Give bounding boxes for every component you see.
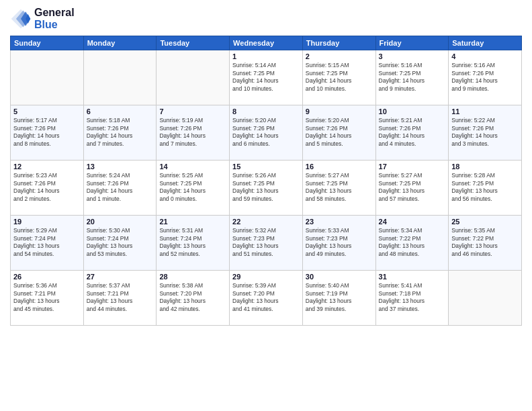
day-detail: Sunrise: 5:40 AM Sunset: 7:19 PM Dayligh…	[306, 282, 373, 313]
day-number: 21	[159, 218, 226, 226]
calendar-cell: 13Sunrise: 5:24 AM Sunset: 7:26 PM Dayli…	[83, 161, 157, 216]
day-detail: Sunrise: 5:27 AM Sunset: 7:25 PM Dayligh…	[306, 172, 373, 203]
calendar-cell: 5Sunrise: 5:17 AM Sunset: 7:26 PM Daylig…	[11, 105, 84, 161]
calendar-cell: 1Sunrise: 5:14 AM Sunset: 7:25 PM Daylig…	[230, 50, 303, 105]
day-number: 7	[159, 107, 226, 116]
day-number: 5	[13, 107, 81, 116]
calendar-cell: 23Sunrise: 5:33 AM Sunset: 7:23 PM Dayli…	[302, 216, 375, 271]
day-detail: Sunrise: 5:38 AM Sunset: 7:20 PM Dayligh…	[159, 282, 226, 313]
calendar-cell: 21Sunrise: 5:31 AM Sunset: 7:24 PM Dayli…	[157, 216, 230, 271]
day-detail: Sunrise: 5:14 AM Sunset: 7:25 PM Dayligh…	[232, 62, 300, 93]
calendar-cell: 2Sunrise: 5:15 AM Sunset: 7:25 PM Daylig…	[302, 50, 375, 105]
day-number: 27	[87, 273, 154, 281]
day-detail: Sunrise: 5:33 AM Sunset: 7:23 PM Dayligh…	[306, 227, 373, 258]
day-detail: Sunrise: 5:34 AM Sunset: 7:22 PM Dayligh…	[379, 227, 446, 258]
day-number: 1	[232, 52, 300, 60]
day-detail: Sunrise: 5:21 AM Sunset: 7:26 PM Dayligh…	[379, 117, 446, 148]
calendar-cell: 29Sunrise: 5:39 AM Sunset: 7:20 PM Dayli…	[230, 271, 303, 326]
day-detail: Sunrise: 5:17 AM Sunset: 7:26 PM Dayligh…	[13, 117, 81, 148]
day-number: 23	[306, 218, 373, 226]
calendar-cell: 19Sunrise: 5:29 AM Sunset: 7:24 PM Dayli…	[11, 216, 84, 271]
calendar-week-2: 5Sunrise: 5:17 AM Sunset: 7:26 PM Daylig…	[11, 105, 522, 161]
day-detail: Sunrise: 5:24 AM Sunset: 7:26 PM Dayligh…	[87, 172, 154, 203]
calendar-cell: 8Sunrise: 5:20 AM Sunset: 7:26 PM Daylig…	[230, 105, 303, 161]
day-detail: Sunrise: 5:37 AM Sunset: 7:21 PM Dayligh…	[87, 282, 154, 313]
day-detail: Sunrise: 5:20 AM Sunset: 7:26 PM Dayligh…	[306, 117, 373, 148]
day-number: 11	[451, 107, 519, 116]
calendar-table: SundayMondayTuesdayWednesdayThursdayFrid…	[10, 36, 522, 326]
day-number: 13	[87, 163, 154, 171]
day-number: 16	[306, 163, 373, 171]
calendar-cell	[449, 271, 522, 326]
calendar-cell: 20Sunrise: 5:30 AM Sunset: 7:24 PM Dayli…	[83, 216, 157, 271]
logo-name: GeneralBlue	[34, 7, 75, 30]
logo-icon	[10, 8, 32, 30]
weekday-header-sunday: Sunday	[11, 36, 84, 50]
day-detail: Sunrise: 5:19 AM Sunset: 7:26 PM Dayligh…	[159, 117, 226, 148]
calendar-cell: 30Sunrise: 5:40 AM Sunset: 7:19 PM Dayli…	[302, 271, 375, 326]
calendar-cell: 15Sunrise: 5:26 AM Sunset: 7:25 PM Dayli…	[230, 161, 303, 216]
calendar-cell: 22Sunrise: 5:32 AM Sunset: 7:23 PM Dayli…	[230, 216, 303, 271]
day-number: 12	[13, 163, 81, 171]
day-detail: Sunrise: 5:27 AM Sunset: 7:25 PM Dayligh…	[379, 172, 446, 203]
calendar-cell: 10Sunrise: 5:21 AM Sunset: 7:26 PM Dayli…	[375, 105, 449, 161]
day-detail: Sunrise: 5:39 AM Sunset: 7:20 PM Dayligh…	[232, 282, 300, 313]
day-number: 4	[451, 52, 519, 60]
calendar-cell: 28Sunrise: 5:38 AM Sunset: 7:20 PM Dayli…	[157, 271, 230, 326]
logo: GeneralBlue	[10, 7, 75, 30]
calendar-cell: 9Sunrise: 5:20 AM Sunset: 7:26 PM Daylig…	[302, 105, 375, 161]
calendar-cell: 27Sunrise: 5:37 AM Sunset: 7:21 PM Dayli…	[83, 271, 157, 326]
calendar-cell: 26Sunrise: 5:36 AM Sunset: 7:21 PM Dayli…	[11, 271, 84, 326]
calendar-cell: 16Sunrise: 5:27 AM Sunset: 7:25 PM Dayli…	[302, 161, 375, 216]
day-number: 15	[232, 163, 300, 171]
day-number: 22	[232, 218, 300, 226]
calendar-cell: 3Sunrise: 5:16 AM Sunset: 7:25 PM Daylig…	[375, 50, 449, 105]
calendar-cell: 14Sunrise: 5:25 AM Sunset: 7:25 PM Dayli…	[157, 161, 230, 216]
day-detail: Sunrise: 5:30 AM Sunset: 7:24 PM Dayligh…	[87, 227, 154, 258]
calendar-week-5: 26Sunrise: 5:36 AM Sunset: 7:21 PM Dayli…	[11, 271, 522, 326]
day-detail: Sunrise: 5:16 AM Sunset: 7:25 PM Dayligh…	[379, 62, 446, 93]
day-detail: Sunrise: 5:35 AM Sunset: 7:22 PM Dayligh…	[451, 227, 519, 258]
day-detail: Sunrise: 5:22 AM Sunset: 7:26 PM Dayligh…	[451, 117, 519, 148]
calendar-cell	[11, 50, 84, 105]
day-number: 10	[379, 107, 446, 116]
day-number: 20	[87, 218, 154, 226]
day-number: 18	[451, 163, 519, 171]
calendar-cell: 7Sunrise: 5:19 AM Sunset: 7:26 PM Daylig…	[157, 105, 230, 161]
calendar-cell: 12Sunrise: 5:23 AM Sunset: 7:26 PM Dayli…	[11, 161, 84, 216]
day-number: 24	[379, 218, 446, 226]
day-detail: Sunrise: 5:16 AM Sunset: 7:26 PM Dayligh…	[451, 62, 519, 93]
day-detail: Sunrise: 5:36 AM Sunset: 7:21 PM Dayligh…	[13, 282, 81, 313]
weekday-header-saturday: Saturday	[449, 36, 522, 50]
calendar-cell: 24Sunrise: 5:34 AM Sunset: 7:22 PM Dayli…	[375, 216, 449, 271]
day-number: 3	[379, 52, 446, 60]
day-number: 30	[306, 273, 373, 281]
calendar-cell: 25Sunrise: 5:35 AM Sunset: 7:22 PM Dayli…	[449, 216, 522, 271]
day-number: 19	[13, 218, 81, 226]
day-detail: Sunrise: 5:25 AM Sunset: 7:25 PM Dayligh…	[159, 172, 226, 203]
day-number: 29	[232, 273, 300, 281]
calendar-week-3: 12Sunrise: 5:23 AM Sunset: 7:26 PM Dayli…	[11, 161, 522, 216]
day-detail: Sunrise: 5:15 AM Sunset: 7:25 PM Dayligh…	[306, 62, 373, 93]
calendar-cell: 17Sunrise: 5:27 AM Sunset: 7:25 PM Dayli…	[375, 161, 449, 216]
day-detail: Sunrise: 5:20 AM Sunset: 7:26 PM Dayligh…	[232, 117, 300, 148]
day-number: 26	[13, 273, 81, 281]
day-detail: Sunrise: 5:23 AM Sunset: 7:26 PM Dayligh…	[13, 172, 81, 203]
day-detail: Sunrise: 5:26 AM Sunset: 7:25 PM Dayligh…	[232, 172, 300, 203]
calendar-week-1: 1Sunrise: 5:14 AM Sunset: 7:25 PM Daylig…	[11, 50, 522, 105]
day-number: 9	[306, 107, 373, 116]
day-number: 6	[87, 107, 154, 116]
calendar-cell: 18Sunrise: 5:28 AM Sunset: 7:25 PM Dayli…	[449, 161, 522, 216]
day-detail: Sunrise: 5:31 AM Sunset: 7:24 PM Dayligh…	[159, 227, 226, 258]
calendar-cell: 4Sunrise: 5:16 AM Sunset: 7:26 PM Daylig…	[449, 50, 522, 105]
day-number: 8	[232, 107, 300, 116]
day-detail: Sunrise: 5:28 AM Sunset: 7:25 PM Dayligh…	[451, 172, 519, 203]
day-number: 2	[306, 52, 373, 60]
calendar-cell: 11Sunrise: 5:22 AM Sunset: 7:26 PM Dayli…	[449, 105, 522, 161]
calendar-week-4: 19Sunrise: 5:29 AM Sunset: 7:24 PM Dayli…	[11, 216, 522, 271]
day-number: 17	[379, 163, 446, 171]
day-number: 25	[451, 218, 519, 226]
day-detail: Sunrise: 5:29 AM Sunset: 7:24 PM Dayligh…	[13, 227, 81, 258]
day-detail: Sunrise: 5:41 AM Sunset: 7:18 PM Dayligh…	[379, 282, 446, 313]
calendar-cell	[157, 50, 230, 105]
